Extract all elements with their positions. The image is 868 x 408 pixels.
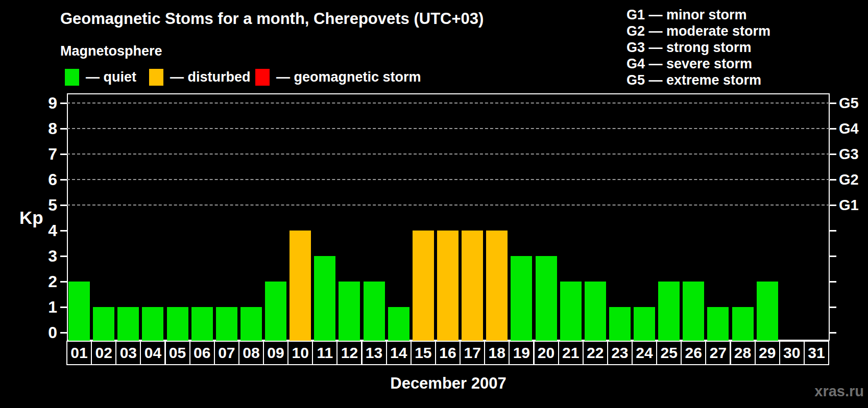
x-tick-label-day-13: 13	[361, 341, 387, 365]
y-tick-right	[830, 256, 836, 257]
y-tick-right	[830, 307, 836, 308]
y-tick-left	[60, 332, 67, 334]
x-tick-label-day-09: 09	[263, 341, 288, 365]
x-tick-label-day-25: 25	[656, 341, 682, 365]
x-tick-label-day-15: 15	[411, 341, 436, 365]
y-tick-label: 3	[29, 246, 57, 266]
x-tick-label-day-11: 11	[312, 341, 337, 365]
y-axis-title: Kp	[19, 208, 43, 228]
watermark: xras.ru	[762, 383, 864, 400]
g-level-label-g1: G1	[839, 195, 859, 215]
x-tick-label-day-19: 19	[509, 341, 534, 365]
x-tick-label-day-06: 06	[189, 341, 215, 365]
x-tick-label-day-24: 24	[632, 341, 657, 365]
y-tick-label: 0	[29, 322, 57, 343]
y-tick-label: 6	[29, 169, 57, 190]
y-tick-left	[60, 179, 67, 181]
x-tick-label-day-29: 29	[755, 341, 780, 365]
x-tick-label-day-08: 08	[238, 341, 264, 365]
y-tick-label: 1	[29, 297, 57, 317]
x-tick-label-day-02: 02	[91, 341, 116, 365]
y-tick-right	[830, 230, 836, 232]
x-tick-label-day-21: 21	[558, 341, 584, 365]
g-legend-line: G2 — moderate storm	[626, 23, 770, 39]
g-scale-legend: G1 — minor stormG2 — moderate stormG3 — …	[626, 7, 770, 88]
x-tick-label-day-31: 31	[804, 341, 829, 365]
y-tick-left	[60, 256, 67, 257]
y-tick-left	[60, 128, 67, 130]
g-level-label-g2: G2	[839, 170, 859, 189]
legend-label-disturbed: — disturbed	[170, 69, 251, 85]
legend-label-quiet: — quiet	[86, 69, 136, 85]
y-tick-right	[830, 103, 836, 104]
x-tick-label-day-28: 28	[730, 341, 756, 365]
x-tick-label-day-03: 03	[115, 341, 141, 365]
y-tick-right	[830, 179, 836, 181]
x-axis-title: December 2007	[67, 374, 830, 393]
y-tick-right	[830, 205, 836, 206]
legend-label-storm: — geomagnetic storm	[276, 69, 421, 85]
g-level-label-g5: G5	[839, 93, 859, 113]
x-tick-label-day-10: 10	[287, 341, 313, 365]
chart-title: Geomagnetic Stoms for a month, Cherepove…	[60, 10, 484, 28]
y-tick-left	[60, 230, 67, 232]
x-tick-label-day-12: 12	[336, 341, 362, 365]
y-tick-right	[830, 332, 836, 334]
x-tick-label-day-18: 18	[484, 341, 510, 365]
x-tick-label-day-14: 14	[386, 341, 412, 365]
legend-item-disturbed: — disturbed	[149, 68, 251, 86]
g-level-label-g3: G3	[839, 144, 859, 164]
x-tick-label-day-27: 27	[705, 341, 731, 365]
x-tick-label-day-17: 17	[460, 341, 485, 365]
x-tick-label-day-04: 04	[140, 341, 165, 365]
legend-heading: Magnetosphere	[60, 43, 162, 59]
y-tick-left	[60, 154, 67, 155]
x-tick-label-day-16: 16	[435, 341, 461, 365]
x-tick-label-day-30: 30	[779, 341, 805, 365]
y-tick-right	[830, 128, 836, 130]
disturbed-color-swatch	[149, 69, 163, 86]
y-tick-left	[60, 103, 67, 104]
quiet-color-swatch	[65, 69, 79, 86]
g-legend-line: G1 — minor storm	[626, 7, 770, 23]
x-tick-label-day-20: 20	[534, 341, 559, 365]
y-tick-label: 7	[29, 144, 57, 164]
x-tick-label-day-07: 07	[214, 341, 239, 365]
g-level-label-g4: G4	[839, 119, 859, 138]
y-tick-label: 2	[29, 271, 57, 292]
y-tick-label: 8	[29, 118, 57, 139]
geomagnetic-storm-chart: Geomagnetic Stoms for a month, Cherepove…	[0, 0, 868, 408]
x-tick-label-day-26: 26	[681, 341, 706, 365]
x-tick-label-day-01: 01	[66, 341, 92, 365]
g-legend-line: G4 — severe storm	[626, 56, 770, 72]
y-tick-right	[830, 281, 836, 283]
y-tick-label: 9	[29, 93, 57, 113]
g-legend-line: G3 — strong storm	[626, 39, 770, 56]
y-tick-left	[60, 281, 67, 283]
x-tick-label-day-23: 23	[607, 341, 633, 365]
legend-item-quiet: — quiet	[65, 68, 136, 86]
y-tick-right	[830, 154, 836, 155]
x-tick-label-day-22: 22	[583, 341, 608, 365]
storm-color-swatch	[255, 69, 270, 86]
plot-area	[67, 93, 830, 341]
legend-item-storm: — geomagnetic storm	[255, 68, 421, 86]
g-legend-line: G5 — extreme storm	[626, 72, 770, 88]
x-tick-label-day-05: 05	[165, 341, 190, 365]
y-tick-left	[60, 307, 67, 308]
y-tick-left	[60, 205, 67, 206]
